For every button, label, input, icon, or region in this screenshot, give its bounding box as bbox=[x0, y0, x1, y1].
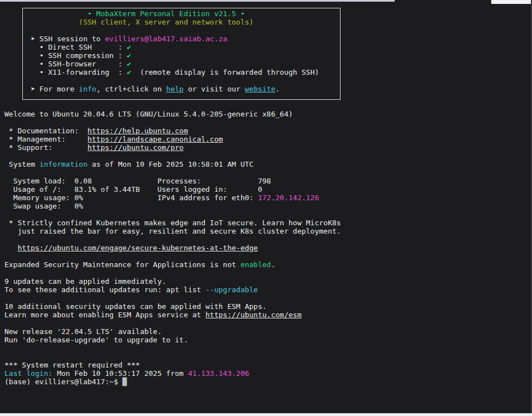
website-link[interactable]: website bbox=[245, 85, 276, 93]
terminal-line bbox=[4, 152, 341, 160]
terminal-line: System load: 0.08 Processes: 798 bbox=[4, 177, 341, 185]
management-label: * Management: bbox=[4, 135, 88, 143]
terminal-cursor: █ bbox=[122, 378, 127, 386]
terminal-line: New release '22.04.5 LTS' available. bbox=[4, 327, 341, 336]
terminal-line: • X11-forwarding : ✔ (remote display is … bbox=[4, 68, 341, 76]
terminal-line bbox=[4, 93, 341, 101]
kubernetes-link[interactable]: https://ubuntu.com/engage/secure-kuberne… bbox=[17, 244, 257, 252]
documentation-label: * Documentation: bbox=[4, 127, 88, 135]
terminal-line: * Management: https://landscape.canonica… bbox=[4, 135, 341, 143]
feature-direct-ssh: • Direct SSH : bbox=[4, 43, 127, 51]
sysinfo-swap: Swap usage: 0% bbox=[4, 202, 83, 210]
last-login-time: Mon Feb 10 10:53:17 2025 from bbox=[52, 369, 188, 378]
terminal-line bbox=[4, 118, 341, 127]
window-top-edge bbox=[0, 0, 395, 2]
terminal-line bbox=[4, 294, 341, 302]
terminal-line: * Strictly confined Kubernetes makes edg… bbox=[4, 219, 341, 227]
terminal-line: 9 updates can be applied immediately. bbox=[4, 277, 341, 286]
support-link[interactable]: https://ubuntu.com/pro bbox=[88, 143, 184, 152]
terminal-line: Expanded Security Maintenance for Applic… bbox=[4, 260, 341, 269]
ssh-session-label: ➤ SSH session to bbox=[4, 35, 105, 43]
last-login-label: Last login: bbox=[4, 369, 52, 378]
terminal-line bbox=[4, 26, 341, 35]
kubernetes-ad-line2: just raised the bar for easy, resilient … bbox=[4, 227, 341, 235]
terminal-line: *** System restart required *** bbox=[4, 361, 341, 369]
terminal-line: • SSH-browser : ✔ bbox=[4, 60, 341, 68]
terminal-line bbox=[4, 252, 341, 260]
terminal-line: * Support: https://ubuntu.com/pro bbox=[4, 143, 341, 152]
feature-x11-forwarding: • X11-forwarding : bbox=[4, 68, 127, 76]
esm-updates-line: 10 additional security updates can be ap… bbox=[4, 302, 267, 311]
terminal-line bbox=[4, 352, 341, 361]
new-release-line: New release '22.04.5 LTS' available. bbox=[4, 327, 162, 336]
welcome-line: Welcome to Ubuntu 20.04.6 LTS (GNU/Linux… bbox=[4, 110, 293, 118]
terminal-line: * Documentation: https://help.ubuntu.com bbox=[4, 127, 341, 135]
support-label: * Support: bbox=[4, 143, 88, 152]
terminal-line: • MobaXterm Personal Edition v21.5 • bbox=[4, 9, 341, 18]
terminal-line bbox=[4, 269, 341, 277]
mobaxterm-terminal-window: { "palette": { "background": "#1c1c1f", … bbox=[0, 0, 532, 416]
esm-learn-more-label: Learn more about enabling ESM Apps servi… bbox=[4, 311, 205, 319]
terminal-line: (SSH client, X server and network tools) bbox=[4, 18, 341, 26]
terminal-line: ➤ For more info, ctrl+click on help or v… bbox=[4, 85, 341, 93]
terminal-line bbox=[4, 76, 341, 85]
sysinfo-timestamp: as of Mon 10 Feb 2025 10:58:01 AM UTC bbox=[88, 160, 253, 168]
sysinfo-memory-ip-label: Memory usage: 0% IPv4 address for eth0: bbox=[4, 194, 258, 202]
documentation-link[interactable]: https://help.ubuntu.com bbox=[88, 127, 188, 135]
restart-required-line: *** System restart required *** bbox=[4, 361, 140, 369]
text-segment: System bbox=[4, 160, 40, 168]
checkmark-icon: ✔ bbox=[127, 51, 131, 60]
text-segment: ➤ For more bbox=[4, 85, 79, 93]
terminal-line: 10 additional security updates can be ap… bbox=[4, 302, 341, 311]
shell-prompt: (base) evilliers@lab417:~$ bbox=[4, 378, 122, 386]
terminal-line bbox=[4, 168, 341, 177]
banner-title: • MobaXterm Personal Edition v21.5 • bbox=[4, 9, 245, 18]
esm-status-line: Expanded Security Maintenance for Applic… bbox=[4, 260, 241, 269]
terminal-line: (base) evilliers@lab417:~$ █ bbox=[4, 378, 341, 386]
terminal-line: System information as of Mon 10 Feb 2025… bbox=[4, 160, 341, 168]
updates-count-line: 9 updates can be applied immediately. bbox=[4, 277, 166, 286]
text-segment: . bbox=[271, 260, 275, 269]
x11-note: (remote display is forwarded through SSH… bbox=[131, 68, 319, 76]
terminal-line: Usage of /: 83.1% of 3.44TB Users logged… bbox=[4, 185, 341, 194]
terminal-line: Memory usage: 0% IPv4 address for eth0: … bbox=[4, 194, 341, 202]
terminal-line bbox=[4, 101, 341, 110]
release-upgrade-hint: Run 'do-release-upgrade' to upgrade to i… bbox=[4, 336, 188, 344]
feature-ssh-browser: • SSH-browser : bbox=[4, 60, 127, 68]
terminal-line: Welcome to Ubuntu 20.04.6 LTS (GNU/Linux… bbox=[4, 110, 341, 118]
text-segment: . bbox=[275, 85, 280, 93]
text-segment bbox=[4, 244, 17, 252]
information-word: information bbox=[40, 160, 88, 168]
banner-subtitle: (SSH client, X server and network tools) bbox=[4, 18, 253, 26]
updates-hint-line: To see these additional updates run: apt… bbox=[4, 286, 205, 294]
management-link[interactable]: https://landscape.canonical.com bbox=[88, 135, 223, 143]
text-segment: , ctrl+click on bbox=[96, 85, 166, 93]
checkmark-icon: ✔ bbox=[127, 43, 131, 51]
terminal-line: https://ubuntu.com/engage/secure-kuberne… bbox=[4, 244, 341, 252]
terminal-line: • Direct SSH : ✔ bbox=[4, 43, 341, 51]
terminal-line: Last login: Mon Feb 10 10:53:17 2025 fro… bbox=[4, 369, 341, 378]
ipv4-address: 172.20.142.126 bbox=[258, 194, 319, 202]
info-word: info bbox=[79, 85, 96, 93]
help-link[interactable]: help bbox=[166, 85, 184, 93]
sysinfo-load-processes: System load: 0.08 Processes: 798 bbox=[4, 177, 271, 185]
terminal-line: • SSH compression : ✔ bbox=[4, 51, 341, 60]
terminal-line: Learn more about enabling ESM Apps servi… bbox=[4, 311, 341, 319]
last-login-ip: 41.133.143.206 bbox=[188, 369, 250, 378]
window-top-right-corner bbox=[491, 0, 532, 4]
terminal-line: To see these additional updates run: apt… bbox=[4, 286, 341, 294]
terminal-line: just raised the bar for easy, resilient … bbox=[4, 227, 341, 235]
terminal-line bbox=[4, 319, 341, 327]
terminal-line bbox=[4, 344, 341, 352]
sysinfo-usage-users: Usage of /: 83.1% of 3.44TB Users logged… bbox=[4, 185, 262, 194]
window-bottom-edge bbox=[0, 413, 532, 416]
esm-link[interactable]: https://ubuntu.com/esm bbox=[205, 311, 301, 319]
checkmark-icon: ✔ bbox=[127, 60, 131, 68]
terminal-output[interactable]: • MobaXterm Personal Edition v21.5 • (SS… bbox=[4, 9, 341, 386]
terminal-line bbox=[4, 235, 341, 244]
terminal-line: Swap usage: 0% bbox=[4, 202, 341, 210]
terminal-line: ➤ SSH session to evilliers@lab417.saiab.… bbox=[4, 35, 341, 43]
kubernetes-ad-line1: * Strictly confined Kubernetes makes edg… bbox=[4, 219, 341, 227]
checkmark-icon: ✔ bbox=[127, 68, 131, 76]
text-segment: or visit our bbox=[184, 85, 245, 93]
